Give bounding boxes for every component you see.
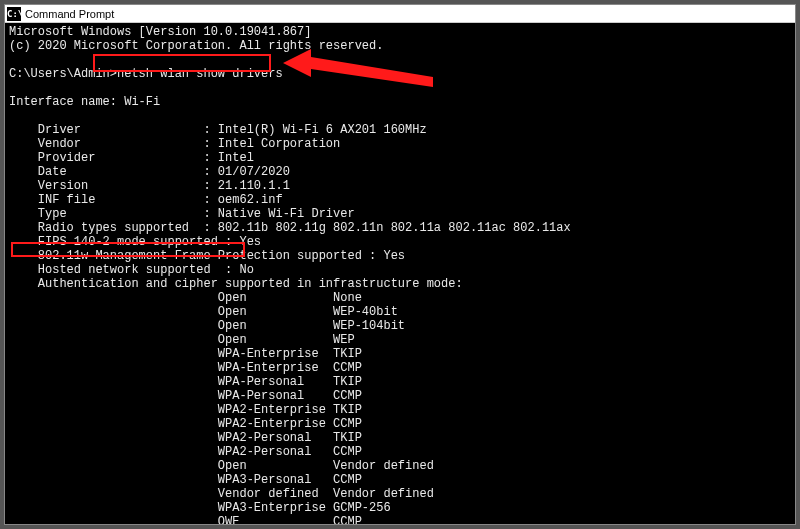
cmd-window: C:\ Command Prompt Microsoft Windows [Ve… xyxy=(4,4,796,525)
terminal-output[interactable]: Microsoft Windows [Version 10.0.19041.86… xyxy=(5,23,795,524)
cmd-icon: C:\ xyxy=(7,7,21,21)
window-title: Command Prompt xyxy=(25,8,114,20)
titlebar[interactable]: C:\ Command Prompt xyxy=(5,5,795,23)
